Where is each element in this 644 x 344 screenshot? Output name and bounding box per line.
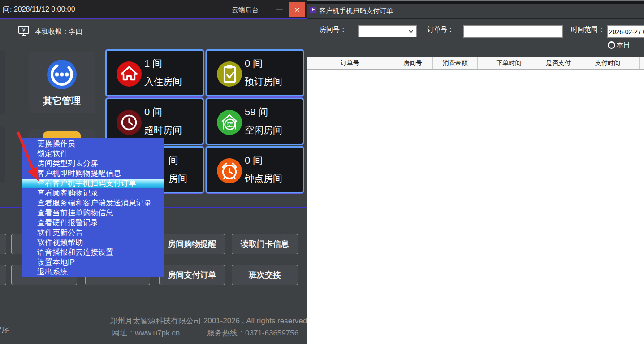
tile-count: 59 间	[245, 105, 268, 119]
clock-icon	[117, 110, 142, 135]
window-top-edge	[307, 0, 644, 4]
clipped-button[interactable]	[0, 265, 6, 285]
alarm-clock-icon	[217, 158, 242, 183]
right-window-title: 客户机手机扫码支付订单	[319, 7, 393, 15]
col-room-number[interactable]: 房间号	[393, 57, 433, 69]
tile-count: 间	[169, 154, 178, 167]
tile-name: 空闲房间	[245, 124, 282, 136]
col-extra	[640, 57, 644, 69]
date-input[interactable]: 2026-02-27 0	[607, 25, 644, 38]
scan-pay-orders-window: F 客户机手机扫码支付订单 房间号： 订单号： 时间范围： 2026-02-27…	[307, 0, 644, 344]
orders-table-header: 订单号 房间号 消费金额 下单时间 是否支付 支付时间	[307, 57, 644, 70]
menu-item-pending-shopping-info[interactable]: 查看当前挂单购物信息	[22, 208, 164, 218]
clipped-button[interactable]	[0, 234, 6, 254]
time-range-label: 时间范围：	[571, 26, 605, 34]
col-paid[interactable]: 是否支付	[540, 57, 576, 69]
tile-name: 房间	[169, 172, 187, 185]
website-text: 网址：www.u7pk.cn	[112, 328, 180, 338]
today-label: 本日	[617, 41, 630, 49]
vacant-house-icon: 空	[217, 110, 242, 135]
corner-clipped-text: 程序	[0, 326, 9, 335]
tile-name: 超时房间	[144, 124, 182, 136]
col-pay-time[interactable]: 支付时间	[576, 57, 640, 69]
app-icon: F	[310, 7, 316, 13]
clipped-side-card[interactable]	[0, 126, 5, 183]
tile-vacant-rooms[interactable]: 空 59 间 空闲房间	[206, 98, 304, 145]
menu-item-customer-shopping-records[interactable]: 查看顾客购物记录	[22, 188, 164, 198]
menu-item-exit-system[interactable]: 退出系统	[22, 267, 164, 277]
right-titlebar: F 客户机手机扫码支付订单	[307, 4, 644, 19]
red-arrow-annotation	[12, 127, 44, 187]
tile-count: 1 间	[144, 57, 162, 70]
menu-item-message-records[interactable]: 查看服务端和客户端发送消息记录	[22, 198, 164, 208]
tile-count: 0 间	[245, 57, 263, 70]
tile-count: 0 间	[144, 105, 162, 119]
screen: 间: 2028/11/12 0:00:00 云端后台 — ✕ ¥ 本班收银：李四…	[0, 0, 644, 344]
chevron-down-icon	[408, 30, 414, 33]
more-circle-icon	[46, 59, 78, 90]
copyright-text: 郑州月太智源科技有限公司 2001-2026 , All rights rese…	[110, 316, 307, 326]
room-number-label: 房间号：	[320, 26, 346, 34]
tile-name: 钟点房间	[245, 172, 282, 185]
shift-handover-button[interactable]: 班次交接	[232, 265, 298, 285]
cashier-label: 本班收银：李四	[35, 27, 82, 36]
house-icon	[117, 61, 142, 87]
titlebar-divider	[0, 18, 307, 19]
tile-reserved-rooms[interactable]: 0 间 预订房间	[206, 49, 304, 96]
room-shopping-reminder-button[interactable]: 房间购物提醒	[159, 234, 225, 254]
col-order-time[interactable]: 下单时间	[478, 57, 540, 69]
order-number-input[interactable]	[463, 25, 563, 38]
other-management-label: 其它管理	[29, 95, 95, 107]
orders-table-body[interactable]	[307, 70, 644, 344]
menu-item-update-notice[interactable]: 软件更新公告	[22, 228, 164, 238]
col-order-number[interactable]: 订单号	[307, 57, 393, 69]
menu-item-voice-cloud-settings[interactable]: 语音播报和云连接设置	[22, 248, 164, 257]
close-button[interactable]: ✕	[289, 2, 305, 17]
clock-text: 间: 2028/11/12 0:00:00	[3, 5, 75, 14]
room-pay-order-button[interactable]: 房间支付订单	[159, 265, 225, 285]
menu-item-hardware-alarm-records[interactable]: 查看硬件报警记录	[22, 218, 164, 228]
footer-divider	[0, 300, 307, 300]
tile-count: 0 间	[245, 154, 263, 167]
clipped-side-card[interactable]	[0, 51, 5, 114]
svg-text:空: 空	[227, 121, 233, 128]
today-radio[interactable]	[608, 41, 615, 49]
read-door-card-button[interactable]: 读取门卡信息	[232, 234, 298, 254]
svg-text:¥: ¥	[22, 27, 26, 33]
monitor-yen-icon: ¥	[18, 25, 30, 37]
other-management-card[interactable]: 其它管理	[29, 52, 95, 113]
hotel-dashboard-window: 间: 2028/11/12 0:00:00 云端后台 — ✕ ¥ 本班收银：李四…	[0, 0, 307, 344]
minimize-button[interactable]: —	[272, 4, 286, 14]
order-number-label: 订单号：	[427, 26, 454, 34]
cloud-backend-link[interactable]: 云端后台	[232, 6, 259, 14]
tile-hourly-rooms[interactable]: 0 间 钟点房间	[206, 146, 304, 193]
tile-name: 入住房间	[144, 75, 182, 88]
col-amount[interactable]: 消费金额	[433, 57, 478, 69]
clipboard-check-icon	[217, 61, 242, 87]
date-value: 2026-02-27 0	[609, 28, 644, 35]
tile-name: 预订房间	[245, 75, 282, 88]
hotline-text: 服务热线：0371-63659756	[207, 328, 298, 338]
menu-item-video-help[interactable]: 软件视频帮助	[22, 238, 164, 248]
menu-item-set-local-ip[interactable]: 设置本地IP	[22, 257, 164, 267]
tile-occupied-rooms[interactable]: 1 间 入住房间	[105, 49, 204, 96]
room-number-select[interactable]	[358, 25, 417, 37]
